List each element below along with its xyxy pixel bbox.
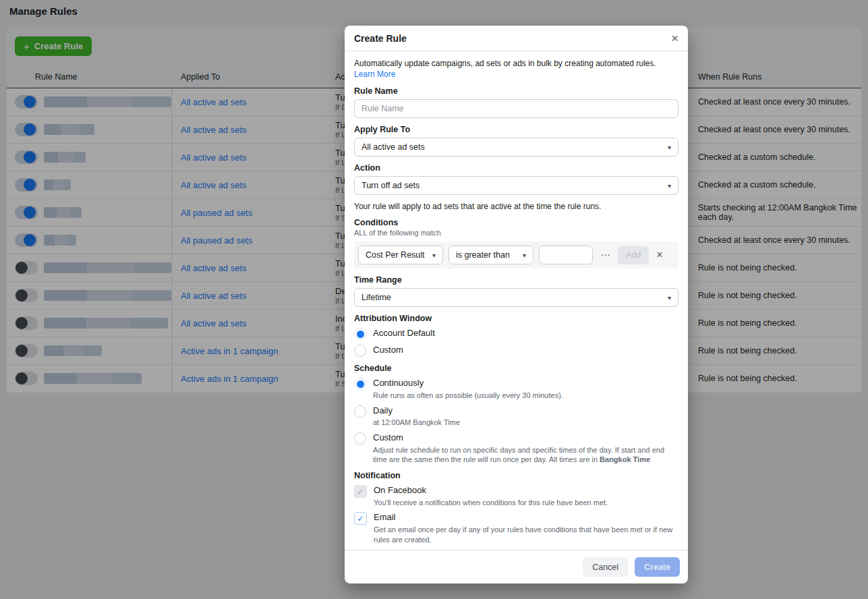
apply-rule-to-value: All active ad sets [361, 142, 425, 152]
checkbox-checked[interactable]: ✓ [354, 512, 367, 525]
radio-unselected[interactable] [354, 432, 366, 445]
action-note: Your rule will apply to ad sets that are… [354, 202, 678, 211]
rule-name-input[interactable] [354, 99, 678, 118]
condition-metric-select[interactable]: Cost Per Result ▾ [358, 246, 443, 264]
check-icon: ✓ [357, 514, 364, 523]
cancel-button[interactable]: Cancel [583, 557, 628, 577]
modal-description: Automatically update campaigns, ad sets … [354, 58, 678, 80]
condition-value-input[interactable] [539, 246, 593, 264]
create-rule-modal: Create Rule × Automatically update campa… [345, 26, 688, 583]
create-button[interactable]: Create [635, 557, 680, 577]
learn-more-link[interactable]: Learn More [354, 69, 395, 79]
chevron-down-icon: ▾ [432, 252, 436, 259]
schedule-label: Schedule [354, 364, 678, 373]
chevron-down-icon: ▾ [668, 144, 671, 151]
add-condition-button[interactable]: Add [618, 246, 649, 264]
modal-body: Automatically update campaigns, ad sets … [345, 51, 688, 550]
chevron-down-icon: ▾ [668, 294, 671, 302]
remove-condition-icon[interactable]: × [656, 249, 662, 261]
action-value: Turn off ad sets [361, 181, 419, 190]
action-label: Action [354, 163, 678, 173]
time-range-label: Time Range [354, 275, 678, 285]
notification-option-on-facebook: ✓ On Facebook You'll receive a notificat… [354, 485, 678, 507]
schedule-option-continuously: Continuously Rule runs as often as possi… [354, 378, 678, 400]
action-select[interactable]: Turn off ad sets ▾ [354, 176, 678, 195]
condition-metric-value: Cost Per Result [366, 250, 425, 260]
time-range-value: Lifetime [361, 293, 391, 302]
modal-header: Create Rule × [345, 26, 688, 51]
attribution-window-label: Attribution Window [354, 314, 678, 323]
time-range-select[interactable]: Lifetime ▾ [354, 288, 678, 307]
condition-operator-select[interactable]: is greater than ▾ [449, 246, 533, 264]
condition-row: Cost Per Result ▾ is greater than ▾ ⋯ Ad… [354, 241, 678, 268]
attribution-option-custom: Custom [354, 345, 678, 357]
modal-footer: Cancel Create [345, 550, 688, 583]
apply-rule-to-label: Apply Rule To [354, 125, 678, 134]
modal-title: Create Rule [354, 33, 407, 44]
notification-option-email: ✓ Email Get an email once per day if any… [354, 512, 678, 544]
check-icon: ✓ [357, 487, 364, 496]
conditions-sublabel: ALL of the following match [354, 229, 678, 237]
radio-selected[interactable] [354, 378, 366, 390]
close-icon[interactable]: × [671, 32, 678, 45]
radio-unselected[interactable] [354, 405, 366, 418]
radio-unselected[interactable] [354, 345, 366, 357]
checkbox-checked-disabled: ✓ [354, 485, 367, 498]
condition-operator-value: is greater than [456, 250, 510, 260]
schedule-option-daily: Daily at 12:00AM Bangkok Time [354, 405, 678, 428]
chevron-down-icon: ▾ [668, 182, 671, 190]
radio-selected[interactable] [354, 328, 366, 340]
chevron-down-icon: ▾ [523, 252, 526, 259]
notification-label: Notification [354, 471, 678, 480]
conditions-label: Conditions [354, 218, 678, 227]
schedule-option-custom: Custom Adjust rule schedule to run on sp… [354, 432, 678, 464]
attribution-option-account-default: Account Default [354, 328, 678, 340]
apply-rule-to-select[interactable]: All active ad sets ▾ [354, 138, 678, 156]
more-options-icon[interactable]: ⋯ [598, 249, 612, 261]
rule-name-label: Rule Name [354, 86, 678, 96]
